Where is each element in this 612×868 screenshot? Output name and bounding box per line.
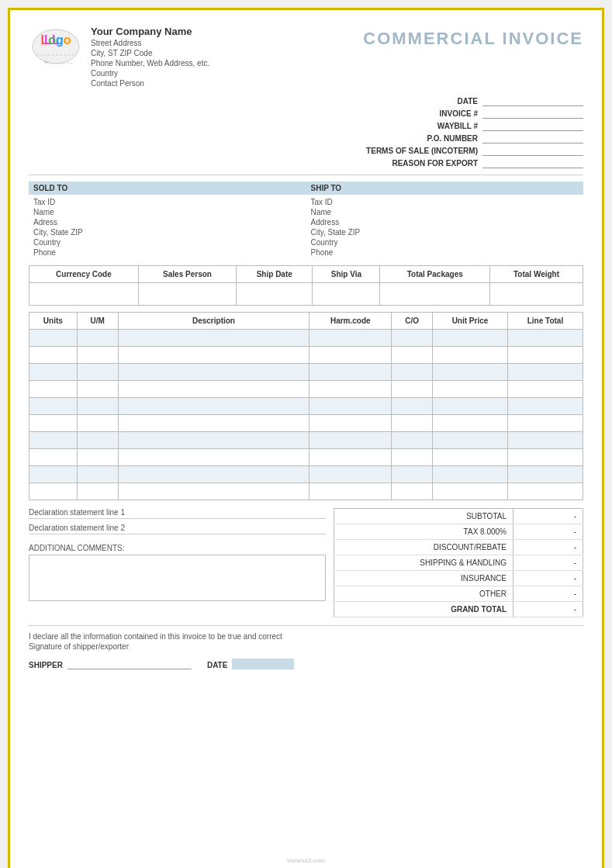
date-box[interactable] <box>232 659 294 669</box>
table-cell[interactable] <box>433 415 508 432</box>
table-cell[interactable] <box>29 330 78 347</box>
table-cell[interactable] <box>392 415 433 432</box>
table-cell[interactable] <box>29 432 78 449</box>
total-value[interactable]: - <box>513 540 583 555</box>
table-row <box>29 415 583 432</box>
table-cell[interactable] <box>77 364 118 381</box>
table-cell[interactable] <box>392 432 433 449</box>
table-cell[interactable] <box>433 381 508 398</box>
table-cell[interactable] <box>507 449 583 466</box>
field-value-box[interactable] <box>482 133 583 144</box>
total-value[interactable]: - <box>513 509 583 524</box>
table-cell[interactable] <box>29 347 78 364</box>
field-label: DATE <box>354 97 478 105</box>
table-cell[interactable] <box>507 381 583 398</box>
table-cell[interactable] <box>392 381 433 398</box>
table-cell[interactable] <box>433 398 508 415</box>
total-value[interactable]: - <box>513 524 583 539</box>
table-cell[interactable] <box>309 381 392 398</box>
table-cell[interactable] <box>392 398 433 415</box>
table-cell[interactable] <box>118 449 309 466</box>
table-cell[interactable] <box>507 483 583 500</box>
table-cell[interactable] <box>29 415 78 432</box>
table-cell[interactable] <box>433 466 508 483</box>
comments-box[interactable] <box>29 555 326 601</box>
table-cell[interactable] <box>309 330 392 347</box>
table-cell[interactable] <box>392 449 433 466</box>
table-cell[interactable] <box>507 330 583 347</box>
table-cell[interactable] <box>118 398 309 415</box>
table-row <box>29 483 583 500</box>
total-packages-cell[interactable] <box>380 283 490 306</box>
table-cell[interactable] <box>118 466 309 483</box>
currency-code-cell[interactable] <box>29 283 139 306</box>
table-cell[interactable] <box>118 415 309 432</box>
field-value-box[interactable] <box>482 108 583 119</box>
field-value-box[interactable] <box>482 157 583 168</box>
table-cell[interactable] <box>433 364 508 381</box>
table-cell[interactable] <box>392 466 433 483</box>
table-cell[interactable] <box>309 415 392 432</box>
total-weight-cell[interactable] <box>490 283 583 306</box>
company-contact: Contact Person <box>91 79 209 88</box>
table-cell[interactable] <box>309 432 392 449</box>
table-cell[interactable] <box>309 449 392 466</box>
items-header-row: UnitsU/MDescriptionHarm.codeC/OUnit Pric… <box>29 313 583 330</box>
table-cell[interactable] <box>507 415 583 432</box>
field-label: WAYBILL # <box>354 122 478 130</box>
table-cell[interactable] <box>309 347 392 364</box>
field-value-box[interactable] <box>482 120 583 131</box>
table-cell[interactable] <box>309 398 392 415</box>
field-value-box[interactable] <box>482 95 583 106</box>
table-cell[interactable] <box>433 330 508 347</box>
table-cell[interactable] <box>29 449 78 466</box>
table-cell[interactable] <box>309 364 392 381</box>
shipping-col-header: Ship Date <box>237 266 313 283</box>
table-cell[interactable] <box>29 398 78 415</box>
table-cell[interactable] <box>29 364 78 381</box>
table-cell[interactable] <box>29 466 78 483</box>
ship-date-cell[interactable] <box>237 283 313 306</box>
table-cell[interactable] <box>29 381 78 398</box>
table-cell[interactable] <box>77 347 118 364</box>
table-cell[interactable] <box>309 483 392 500</box>
table-cell[interactable] <box>77 381 118 398</box>
table-cell[interactable] <box>392 483 433 500</box>
table-cell[interactable] <box>392 364 433 381</box>
table-cell[interactable] <box>392 330 433 347</box>
table-cell[interactable] <box>118 381 309 398</box>
ship-via-cell[interactable] <box>313 283 380 306</box>
table-cell[interactable] <box>29 483 78 500</box>
table-cell[interactable] <box>77 415 118 432</box>
table-cell[interactable] <box>118 432 309 449</box>
total-value[interactable]: - <box>513 586 583 601</box>
table-cell[interactable] <box>507 347 583 364</box>
shipper-line[interactable] <box>67 659 192 669</box>
table-cell[interactable] <box>77 432 118 449</box>
total-value[interactable]: - <box>513 571 583 586</box>
table-cell[interactable] <box>507 432 583 449</box>
table-cell[interactable] <box>507 364 583 381</box>
total-value[interactable]: - <box>513 602 583 617</box>
table-cell[interactable] <box>433 483 508 500</box>
total-value[interactable]: - <box>513 555 583 570</box>
table-cell[interactable] <box>507 398 583 415</box>
table-cell[interactable] <box>77 449 118 466</box>
table-cell[interactable] <box>118 330 309 347</box>
table-cell[interactable] <box>118 347 309 364</box>
table-cell[interactable] <box>392 347 433 364</box>
table-cell[interactable] <box>118 364 309 381</box>
table-cell[interactable] <box>77 483 118 500</box>
table-cell[interactable] <box>118 483 309 500</box>
table-cell[interactable] <box>433 432 508 449</box>
table-cell[interactable] <box>433 449 508 466</box>
table-cell[interactable] <box>507 466 583 483</box>
field-value-box[interactable] <box>482 145 583 156</box>
table-cell[interactable] <box>309 466 392 483</box>
sales-person-cell[interactable] <box>138 283 236 306</box>
table-cell[interactable] <box>77 466 118 483</box>
table-row <box>29 449 583 466</box>
table-cell[interactable] <box>77 330 118 347</box>
table-cell[interactable] <box>433 347 508 364</box>
table-cell[interactable] <box>77 398 118 415</box>
